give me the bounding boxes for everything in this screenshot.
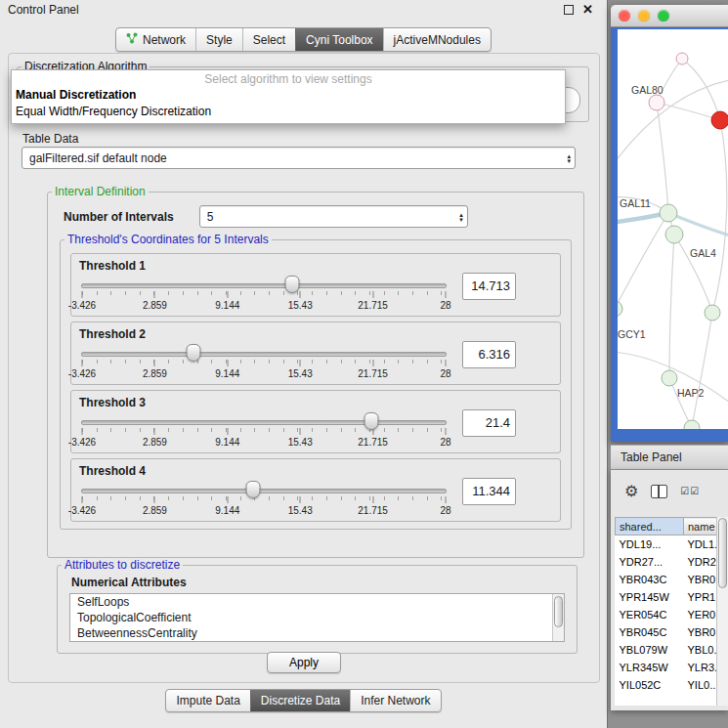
- panel-title: Control Panel: [8, 3, 564, 17]
- slider-track[interactable]: [81, 420, 447, 425]
- slider-track[interactable]: [81, 283, 447, 288]
- network-node[interactable]: [684, 420, 700, 429]
- table-row[interactable]: YBR043CYBR0...: [616, 571, 718, 588]
- table-cell[interactable]: YBL079W: [616, 641, 684, 659]
- threshold-2-slider[interactable]: -3.4262.8599.14415.4321.71528: [79, 342, 449, 381]
- table-cell[interactable]: YDR2...: [684, 553, 718, 571]
- tab-impute-data[interactable]: Impute Data: [166, 690, 249, 711]
- list-scrollbar[interactable]: [552, 594, 564, 641]
- table-row[interactable]: YPR145WYPR1...: [616, 588, 718, 606]
- tab-discretize-data[interactable]: Discretize Data: [250, 690, 350, 711]
- column-header-name[interactable]: name: [684, 518, 718, 535]
- number-of-intervals-combobox[interactable]: 5 ▴▾: [199, 205, 468, 228]
- tab-select[interactable]: Select: [242, 28, 295, 51]
- scrollbar-thumb[interactable]: [554, 596, 563, 627]
- threshold-4-value[interactable]: 11.344: [462, 478, 516, 505]
- tab-style[interactable]: Style: [195, 28, 242, 51]
- table-scrollbar[interactable]: [716, 517, 728, 706]
- numerical-attributes-list[interactable]: SelfLoopsTopologicalCoefficientBetweenne…: [69, 593, 565, 642]
- table-cell[interactable]: YLR345W: [616, 659, 684, 676]
- table-row[interactable]: YBL079WYBL0...: [616, 641, 718, 659]
- slider-thumb[interactable]: [187, 344, 201, 362]
- table-cell[interactable]: YDL1...: [684, 535, 718, 554]
- spinner-arrows-icon: ▴▾: [567, 153, 571, 163]
- tab-jactivemnodules[interactable]: jActiveMNodules: [383, 28, 491, 51]
- table-panel-header: Table Panel: [611, 445, 728, 470]
- network-node-gcy1[interactable]: [618, 301, 622, 317]
- table-row[interactable]: YDR27...YDR2...: [616, 553, 718, 571]
- threshold-1-value[interactable]: 14.713: [462, 273, 516, 300]
- dropdown-placeholder: Select algorithm to view settings: [12, 71, 565, 87]
- slider-major-tick: [227, 291, 228, 298]
- select-columns-icon[interactable]: ☑☑: [680, 487, 700, 496]
- table-data-combobox[interactable]: galFiltered.sif default node ▴▾: [21, 147, 576, 169]
- network-node-gal4[interactable]: [665, 226, 683, 243]
- table-cell[interactable]: YIL052C: [616, 676, 684, 694]
- table-cell[interactable]: YER054C: [616, 606, 684, 623]
- table-row[interactable]: YER054CYER0...: [616, 606, 718, 623]
- table-cell[interactable]: YDR27...: [616, 553, 684, 571]
- table-cell[interactable]: YBR045C: [616, 623, 684, 641]
- network-node-selected[interactable]: [711, 111, 728, 129]
- mac-zoom-button[interactable]: [658, 10, 669, 21]
- tab-label: Select: [253, 33, 285, 47]
- tab-network[interactable]: Network: [116, 28, 195, 51]
- table-cell[interactable]: YDL19...: [616, 535, 684, 554]
- table-cell[interactable]: YBL0...: [684, 641, 718, 659]
- network-node-hap2[interactable]: [662, 370, 677, 386]
- slider-scale-label: 9.144: [215, 300, 239, 311]
- table-cell[interactable]: YBR0...: [684, 571, 718, 588]
- close-icon[interactable]: ✕: [582, 4, 593, 16]
- table-row[interactable]: YBR045CYBR0...: [616, 623, 718, 641]
- threshold-3-value[interactable]: 21.4: [462, 409, 516, 437]
- tab-infer-network[interactable]: Infer Network: [350, 690, 440, 711]
- attribute-list-item[interactable]: TopologicalCoefficient: [70, 610, 564, 625]
- table-cell[interactable]: YIL0...: [684, 676, 718, 694]
- network-canvas[interactable]: GAL80 GAL11 GAL4 GCY1 HAP2: [618, 29, 728, 429]
- slider-scale-label: 2.859: [143, 505, 167, 516]
- slider-scale: -3.4262.8599.14415.4321.71528: [82, 360, 446, 381]
- slider-scale-label: 9.144: [215, 505, 239, 516]
- gear-icon[interactable]: ⚙: [624, 484, 638, 499]
- threshold-3-slider[interactable]: -3.4262.8599.14415.4321.71528: [79, 410, 449, 450]
- table-row[interactable]: YDL19...YDL1...: [616, 535, 718, 554]
- threshold-4-slider[interactable]: -3.4262.8599.14415.4321.71528: [79, 479, 449, 518]
- slider-thumb[interactable]: [245, 481, 260, 498]
- slider-major-tick: [154, 428, 155, 435]
- network-node-gal80[interactable]: [649, 95, 664, 110]
- threshold-2-value[interactable]: 6.316: [462, 341, 516, 368]
- attribute-list-item[interactable]: BetweennessCentrality: [70, 625, 564, 641]
- slider-track[interactable]: [81, 352, 447, 357]
- network-node-gal11[interactable]: [660, 204, 677, 222]
- mac-close-button[interactable]: [619, 10, 630, 21]
- mac-minimize-button[interactable]: [638, 10, 650, 21]
- network-window-titlebar[interactable]: [611, 5, 728, 27]
- dropdown-option-equal-width[interactable]: Equal Width/Frequency Discretization: [12, 104, 565, 120]
- table-cell[interactable]: YPR145W: [616, 588, 684, 606]
- slider-major-tick: [227, 360, 228, 366]
- threshold-1-slider[interactable]: -3.4262.8599.14415.4321.71528: [79, 274, 449, 313]
- slider-thumb[interactable]: [364, 412, 378, 430]
- column-header-shared-name[interactable]: shared...: [616, 518, 684, 535]
- table-cell[interactable]: YPR1...: [684, 588, 718, 606]
- scrollbar-thumb[interactable]: [718, 518, 727, 588]
- slider-thumb[interactable]: [285, 276, 300, 293]
- tab-cyni-toolbox[interactable]: Cyni Toolbox: [295, 28, 382, 51]
- node-label: GCY1: [618, 328, 646, 340]
- float-window-icon[interactable]: [564, 5, 574, 15]
- table-row[interactable]: YLR345WYLR3...: [616, 659, 718, 676]
- attribute-list-item[interactable]: SelfLoops: [70, 594, 564, 610]
- network-view-window: GAL80 GAL11 GAL4 GCY1 HAP2: [611, 5, 728, 442]
- slider-scale-label: 21.715: [358, 300, 388, 311]
- dropdown-option-manual-discretization[interactable]: Manual Discretization: [12, 87, 565, 104]
- network-node[interactable]: [676, 53, 688, 64]
- columns-icon[interactable]: [651, 485, 667, 498]
- apply-button[interactable]: Apply: [267, 652, 341, 673]
- table-row[interactable]: YIL052CYIL0...: [616, 676, 718, 694]
- table-cell[interactable]: YLR3...: [684, 659, 718, 676]
- slider-track[interactable]: [81, 489, 447, 493]
- table-cell[interactable]: YBR0...: [684, 623, 718, 641]
- table-cell[interactable]: YER0...: [684, 606, 718, 623]
- network-node[interactable]: [705, 305, 720, 321]
- table-cell[interactable]: YBR043C: [616, 571, 684, 588]
